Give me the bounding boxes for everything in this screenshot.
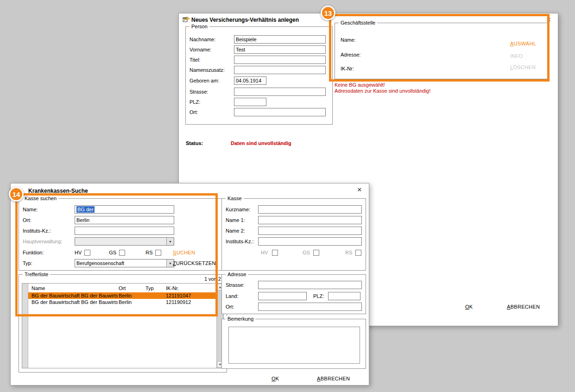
name2-input[interactable] [258,227,362,235]
column-header-name[interactable]: Name [32,285,45,291]
adresse-ort-input[interactable] [258,303,362,311]
adresse-land-input[interactable] [258,292,307,300]
column-header-iknr[interactable]: IK-Nr. [166,285,179,291]
suchen-button[interactable]: SUCHEN [173,250,195,255]
results-table: Name Ort Typ IK-Nr. BG der Bauwirtschaft… [22,283,224,368]
kasse-instituts-input[interactable] [258,237,362,246]
adresse-land-row: Land: PLZ: [226,292,362,300]
kasse-hv-label: HV [261,250,268,255]
adresse-land-label: Land: [226,293,258,299]
typ-value: Berufgenossenschaft [76,260,124,266]
geboren-input[interactable] [234,76,266,85]
titel-label: Titel: [190,57,234,63]
bemerkung-group: Bemerkung [221,319,366,369]
suche-name-label: Name: [23,207,75,212]
close-icon[interactable]: ✕ [356,186,363,194]
rs-checkbox[interactable] [155,250,161,256]
adresse-strasse-label: Strasse: [226,282,258,288]
hv-checkbox[interactable] [84,250,90,256]
gs-ik-label: IK-Nr: [341,66,354,71]
plz-label: PLZ: [190,99,234,105]
suche-ort-input[interactable] [75,216,174,224]
name1-input[interactable] [258,216,362,224]
strasse-row: Strasse: [190,88,329,96]
titel-input[interactable] [234,56,326,64]
cell-ort: Berlin [119,292,144,299]
gs-adresse-label: Adresse: [341,52,360,57]
plz-input[interactable] [234,98,266,106]
suche-name-input[interactable]: BG der [75,205,174,214]
kasse-hv-checkbox[interactable] [272,250,278,256]
kassen-suche-title: Krankenkassen-Suche [28,188,88,194]
trefferliste-group: Trefferliste 1 von 2 Name Ort Typ IK-Nr.… [19,274,227,373]
auswahl-button[interactable]: AUSWAHL [510,41,536,46]
adresse-strasse-input[interactable] [258,281,362,289]
adresse-group: Adresse Strasse: Land: PLZ: Ort: [221,274,366,314]
vorname-input[interactable] [234,45,326,54]
typ-row: Typ: Berufgenossenschaft ▼ ZURÜCKSETZEN [23,259,223,267]
cancel-button[interactable]: ABBRECHEN [507,304,540,310]
form-window-icon [183,16,190,23]
info-button[interactable]: INFO [510,53,523,59]
kurzname-input[interactable] [258,205,362,214]
kasse-suchen-group: Kasse suchen Name: BG der Ort: Instituts… [19,198,227,271]
adresse-ort-row: Ort: [226,303,362,311]
row-selector-column [22,284,28,368]
bemerkung-legend: Bemerkung [226,316,255,322]
column-header-typ[interactable]: Typ [145,285,154,291]
strasse-input[interactable] [234,88,326,96]
kasse-gs-checkbox[interactable] [313,250,319,256]
loeschen-button[interactable]: LÖSCHEN [510,64,536,70]
hauptverwaltung-select[interactable]: ▼ [75,237,174,246]
titel-row: Titel: [190,56,329,64]
cell-iknr: 121191047 [166,292,210,299]
cancel-button[interactable]: ABBRECHEN [317,376,350,381]
nachname-input[interactable] [234,35,326,44]
geschaeftsstelle-group: Geschäftsstelle Name: Adresse: IK-Nr: AU… [335,23,548,79]
zuruecksetzen-button[interactable]: ZURÜCKSETZEN [173,260,216,266]
typ-label: Typ: [23,260,75,266]
person-group: Person Nachname: Vorname: Titel: Namensz… [185,26,333,125]
suche-ort-label: Ort: [23,217,75,223]
kasse-legend: Kasse [226,196,244,202]
column-header-ort[interactable]: Ort [119,285,126,291]
hauptverwaltung-label: Hauptverwaltung: [23,239,75,244]
ort-input[interactable] [234,108,326,116]
adresse-strasse-row: Strasse: [226,281,362,289]
bemerkung-textarea[interactable] [228,327,360,364]
name2-label: Name 2: [226,228,258,234]
geboren-label: Geboren am: [190,78,234,83]
adresse-plz-input[interactable] [328,292,360,300]
ok-button[interactable]: OK [272,376,279,381]
result-count: 1 von 2 [204,276,221,282]
trefferliste-legend: Trefferliste [23,272,50,278]
status-value: Daten sind unvollständig [231,140,291,146]
status-label: Status: [186,140,203,146]
selected-text: BG der [76,206,95,213]
table-row-selected[interactable]: BG der Bauwirtschaft BG der Bauwirts Ber… [28,292,216,299]
kassen-suche-dialog-window: Krankenkassen-Suche ✕ Kasse suchen Name:… [10,183,369,386]
table-row[interactable]: BG der Bauwirtschaft BG der Bauwirts Ber… [28,299,216,305]
suche-name-row: Name: BG der [23,205,223,214]
gs-checkbox[interactable] [119,250,125,256]
namenszusatz-label: Namenszusatz: [190,67,234,73]
error-kasse-address: Adressdaten zur Kasse sind unvollständig… [335,88,430,94]
vorname-label: Vorname: [190,47,234,52]
suche-instituts-input[interactable] [75,227,174,235]
namenszusatz-row: Namenszusatz: [190,66,329,74]
kasse-rs-checkbox[interactable] [355,250,361,256]
kurzname-row: Kurzname: [226,205,362,214]
adresse-plz-label: PLZ: [313,293,328,299]
suche-instituts-row: Instituts-Kz.: [23,227,223,235]
plz-row: PLZ: [190,98,329,106]
kasse-funktion-row: HV GS RS [226,249,362,256]
strasse-label: Strasse: [190,89,234,95]
name1-row: Name 1: [226,216,362,224]
dropdown-arrow-icon[interactable]: ▼ [166,238,174,245]
ok-button[interactable]: OK [465,304,473,310]
callout-13: 13 [321,6,335,20]
person-group-legend: Person [190,24,209,30]
cell-ort: Berlin [119,299,144,305]
typ-select[interactable]: Berufgenossenschaft ▼ [75,259,174,267]
namenszusatz-input[interactable] [234,66,326,74]
